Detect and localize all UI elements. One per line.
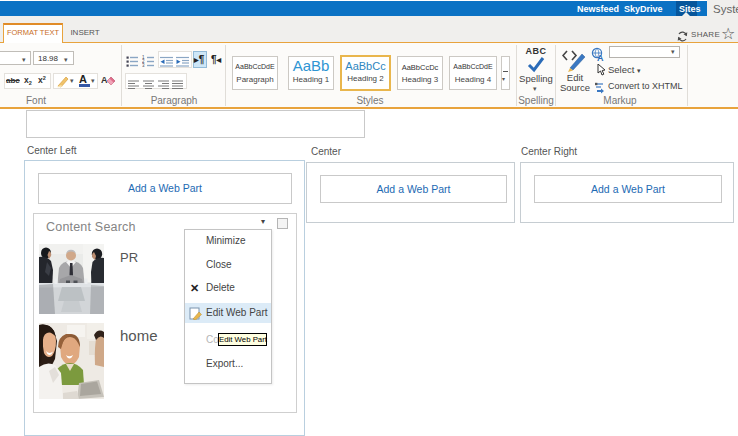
svg-text:A: A [101,75,108,85]
svg-text:3: 3 [142,63,145,68]
svg-text:A: A [597,53,604,61]
